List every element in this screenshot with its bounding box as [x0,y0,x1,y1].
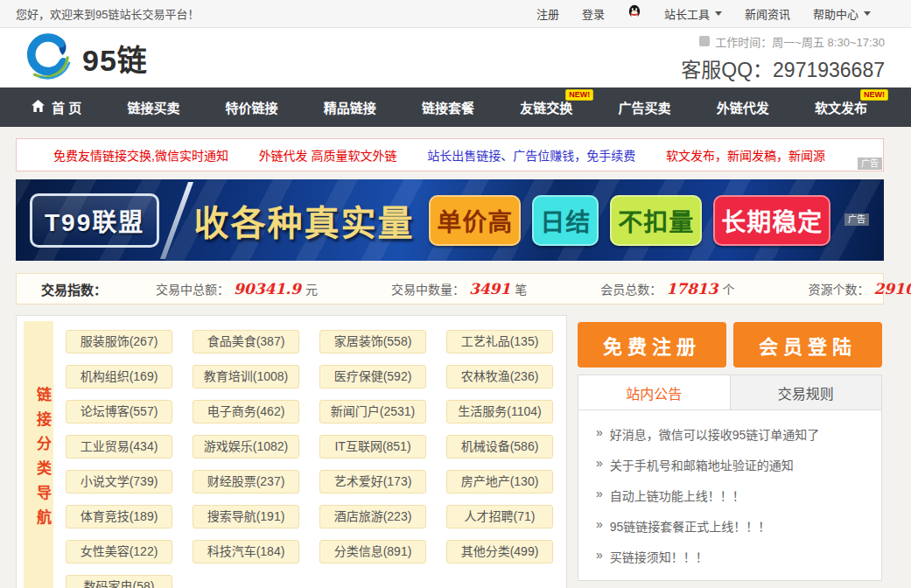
clock-icon [699,36,710,46]
category-button[interactable]: 教育培训(1008) [193,365,299,388]
category-button[interactable]: 服装服饰(267) [66,330,172,354]
nav-item-premium-links[interactable]: 精品链接 [319,88,382,127]
nav-item-friend-links[interactable]: 友链交换 NEW! [515,88,578,127]
notice-link-sell-links[interactable]: 站长出售链接、广告位赚钱，免手续费 [427,146,635,164]
new-badge: NEW! [860,89,888,101]
chevron-down-icon [715,11,722,16]
category-button[interactable]: 财经股票(237) [193,470,299,494]
category-button[interactable]: 电子商务(462) [193,400,299,424]
nav-item-link-trade[interactable]: 链接买卖 [122,88,185,127]
category-button[interactable]: 女性美容(122) [66,540,172,564]
login-link[interactable]: 登录 [582,5,605,22]
top-bar-links: 注册 登录 站长工具 新闻资讯 帮助中心 [536,4,871,23]
bullet-marker: » [596,486,603,504]
tab-trade-rules[interactable]: 交易规则 [730,375,882,410]
nav-item-home[interactable]: 首 页 [26,88,87,127]
nav-item-outlink-posting[interactable]: 外链代发 [711,88,774,127]
stat-trade-count: 交易中数量： 3491 笔 [391,280,527,298]
ad-tag: 广告 [858,158,882,170]
announcement-item[interactable]: » 关于手机号和邮箱地址验证的通知 [596,456,864,473]
header-contact: 工作时间：周一~周五 8:30~17:30 客服QQ：2971936687 [681,33,885,83]
announcement-item[interactable]: » 好消息，微信可以接收95链订单通知了 [596,425,864,443]
home-icon [32,100,45,115]
category-button[interactable]: 论坛博客(557) [66,400,172,424]
category-button[interactable]: 工业贸易(434) [66,435,172,458]
register-link[interactable]: 注册 [536,5,559,22]
category-button[interactable]: 其他分类(499) [446,540,553,564]
main-nav: 首 页 链接买卖 特价链接 精品链接 链接套餐 友链交换 NEW! 广告买卖 外… [0,88,911,127]
category-panel: 链接分类导航 服装服饰(267) 食品美食(387) 家居装饰(558) 工艺礼… [16,315,567,588]
new-badge: NEW! [565,89,593,101]
nav-item-special-links[interactable]: 特价链接 [221,88,284,127]
category-button[interactable]: 农林牧渔(236) [446,365,553,388]
bullet-marker: » [596,517,603,535]
category-button[interactable]: 食品美食(387) [193,330,299,354]
nav-item-link-packages[interactable]: 链接套餐 [417,88,480,127]
banner-badge-daily-pay: 日结 [532,195,599,246]
category-button[interactable]: 科技汽车(184) [193,540,299,564]
free-register-button[interactable]: 免费注册 [578,322,726,368]
category-button[interactable]: 体育竞技(189) [66,505,172,528]
tab-header: 站内公告 交易规则 [578,375,881,410]
announcement-box: 站内公告 交易规则 » 好消息，微信可以接收95链订单通知了 » 关于手机号和邮… [578,374,882,581]
welcome-text: 您好，欢迎来到95链站长交易平台！ [16,5,199,22]
category-button[interactable]: 人才招聘(71) [446,505,553,528]
category-button[interactable]: 机构组织(169) [66,365,172,388]
category-button[interactable]: 机械设备(586) [446,435,553,458]
category-grid: 服装服饰(267) 食品美食(387) 家居装饰(558) 工艺礼品(135) … [53,316,566,588]
chevron-down-icon [864,11,871,16]
category-button[interactable]: 酒店旅游(223) [319,505,426,528]
trade-index-bar: 交易指数： 交易中总额： 90341.9 元 交易中数量： 3491 笔 会员总… [16,273,884,304]
category-button[interactable]: 医疗保健(592) [319,365,426,388]
trade-index-title: 交易指数： [41,280,107,298]
logo-swirl-icon [23,32,74,83]
category-button[interactable]: 搜索导航(191) [193,505,299,528]
announcement-item[interactable]: » 买链接须知！！！ [596,548,864,565]
site-header: 95链 工作时间：周一~周五 8:30~17:30 客服QQ：297193668… [0,28,911,88]
ad-tag: 广告 [844,214,869,226]
bullet-marker: » [596,425,603,443]
category-button[interactable]: 生活服务(1104) [446,400,553,424]
work-time: 工作时间：周一~周五 8:30~17:30 [681,33,885,50]
category-button[interactable]: IT互联网(851) [319,435,426,458]
bullet-marker: » [596,456,603,473]
auth-buttons: 免费注册 会员登陆 [578,322,882,368]
nav-item-article-publishing[interactable]: 软文发布 NEW! [809,88,872,127]
notice-link-outlink[interactable]: 外链代发 高质量软文外链 [259,146,397,164]
announcement-item[interactable]: » 自动上链功能上线！！！ [596,486,864,504]
webmaster-tools-menu[interactable]: 站长工具 [664,5,722,22]
banner-badges: 单价高 日结 不扣量 长期稳定 [429,195,830,246]
notice-link-free-exchange[interactable]: 免费友情链接交换,微信实时通知 [53,146,228,164]
notice-link-article[interactable]: 软文发布，新闻发稿，新闻源 [666,146,825,164]
t99-ad-banner[interactable]: T99联盟 收各种真实量 单价高 日结 不扣量 长期稳定 广告 [16,179,884,261]
tab-site-announcements[interactable]: 站内公告 [578,375,730,410]
announcement-item[interactable]: » 卖链接须知！！！ [596,578,864,581]
announcement-item[interactable]: » 95链链接套餐正式上线！！！ [596,517,864,535]
announcement-list: » 好消息，微信可以接收95链订单通知了 » 关于手机号和邮箱地址验证的通知 »… [578,410,881,581]
right-panel: 免费注册 会员登陆 站内公告 交易规则 » 好消息，微信可以接收95链订单通知了… [578,315,882,581]
banner-divider [160,182,193,259]
category-button[interactable]: 工艺礼品(135) [446,330,553,354]
bullet-marker: » [596,548,603,565]
category-button[interactable]: 小说文学(739) [66,470,172,494]
banner-badge-no-deduction: 不扣量 [610,195,702,246]
category-button[interactable]: 新闻门户(2531) [319,400,426,424]
category-button[interactable]: 数码家电(58) [66,575,172,588]
category-button[interactable]: 游戏娱乐(1082) [193,435,299,458]
category-button[interactable]: 艺术爱好(173) [319,470,426,494]
site-logo[interactable]: 95链 [23,32,148,83]
banner-headline: 收各种真实量 [194,195,415,246]
category-button[interactable]: 家居装饰(558) [319,330,426,354]
news-link[interactable]: 新闻资讯 [745,5,790,22]
stat-total-amount: 交易中总额： 90341.9 元 [156,280,318,298]
category-button[interactable]: 房产地产(130) [446,470,553,494]
member-login-button[interactable]: 会员登陆 [733,322,882,368]
main-area: 链接分类导航 服装服饰(267) 食品美食(387) 家居装饰(558) 工艺礼… [16,315,884,588]
help-center-menu[interactable]: 帮助中心 [813,5,871,22]
page-content: 免费友情链接交换,微信实时通知 外链代发 高质量软文外链 站长出售链接、广告位赚… [16,138,884,588]
stat-member-count: 会员总数： 17813 个 [600,280,734,298]
top-bar: 您好，欢迎来到95链站长交易平台！ 注册 登录 站长工具 新闻资讯 帮助中心 [0,0,911,28]
stat-resource-count: 资源个数： 29109 个 [808,280,911,298]
category-button[interactable]: 分类信息(891) [319,540,426,564]
nav-item-ad-trade[interactable]: 广告买卖 [613,88,676,127]
